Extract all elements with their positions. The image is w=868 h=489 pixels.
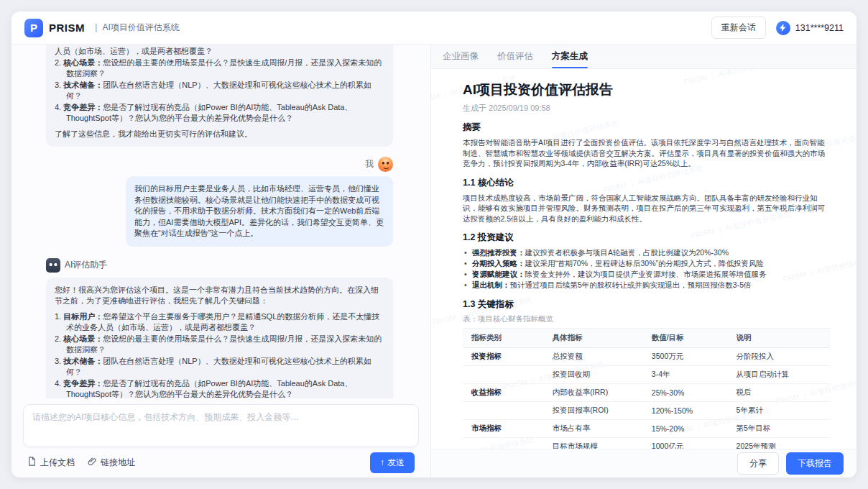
table-cell: 从项目启动计算	[728, 366, 831, 384]
list-item: 1. 目标用户：您希望这个平台主要服务于哪类用户？是精通SQL的数据分析师，还是…	[55, 311, 384, 334]
list-item: 3. 技术储备：团队在自然语言处理（NLP）、大数据处理和可视化这些核心技术上的…	[55, 356, 384, 378]
report-generated-time: 生成于 2025/09/19 09:58	[463, 103, 831, 114]
table-header: 数值/目标	[643, 329, 728, 348]
ai-sender-label: AI评估助手	[65, 260, 107, 271]
report-tabs: 企业画像 价值评估 方案生成	[431, 45, 857, 69]
tab-plan-generation[interactable]: 方案生成	[552, 45, 588, 68]
user-sender-row: 我	[365, 157, 393, 172]
user-sender-label: 我	[365, 159, 374, 170]
tab-company-profile[interactable]: 企业画像	[443, 45, 479, 68]
table-cell: 1000亿元	[643, 438, 728, 449]
table-row: 市场指标 市场占有率 15%-20% 第5年目标	[463, 420, 831, 438]
ai-message-bubble-partial: 人员（如市场、运营），或是两者都想覆盖？ 2. 核心场景：您设想的最主要的使用场…	[46, 45, 393, 147]
user-avatar	[378, 157, 393, 172]
section-1-2-heading: 1.2 投资建议	[463, 232, 831, 244]
table-row: 投资回收期 3-4年 从项目启动计算	[463, 366, 831, 384]
table-cell: 投资回报率(ROI)	[544, 402, 643, 420]
share-button[interactable]: 分享	[737, 452, 779, 475]
list-item: 2. 核心场景：您设想的最主要的使用场景是什么？是快速生成周报/月报，还是深入探…	[55, 58, 384, 80]
user-message-bubble: 我们的目标用户主要是业务人员，比如市场经理、运营专员，他们懂业务但数据技能较弱。…	[126, 176, 393, 247]
list-item: 2. 核心场景：您设想的最主要的使用场景是什么？是快速生成周报/月报，还是深入探…	[55, 334, 384, 356]
arrow-up-icon: ↑	[380, 457, 384, 467]
ai-sender-row: AI评估助手	[46, 258, 107, 273]
table-caption: 表：项目核心财务指标概览	[463, 314, 831, 324]
recommendation-item: 资源赋能建议：除资金支持外，建议为项目提供产业资源对接、市场渠道拓展等增值服务	[463, 269, 831, 280]
table-cell: 税后	[728, 384, 831, 402]
table-row: 投资指标 总投资额 3500万元 分阶段投入	[463, 348, 831, 366]
section-1-1-heading: 1.1 核心结论	[463, 177, 831, 189]
app-window: P PRISM ｜ AI项目价值评估系统 重新会话 131****9211 人员…	[11, 12, 857, 477]
recommendation-item: 强烈推荐投资：建议投资者积极参与项目A轮融资，占股比例建议为20%-30%	[463, 247, 831, 258]
table-row: 投资回报率(ROI) 120%-150% 5年累计	[463, 402, 831, 420]
table-cell: 15%-20%	[643, 420, 728, 438]
table-cell: 内部收益率(IRR)	[544, 384, 643, 402]
table-cell: 3-4年	[643, 366, 728, 384]
table-cell	[463, 438, 544, 449]
report-title: AI项目投资价值评估报告	[463, 81, 831, 99]
table-cell: 投资指标	[463, 348, 544, 366]
table-cell	[463, 402, 544, 420]
brand-name: PRISM	[49, 22, 85, 34]
table-cell: 5年累计	[728, 402, 831, 420]
table-cell: 收益指标	[463, 384, 544, 402]
link-address-button[interactable]: 链接地址	[88, 457, 135, 469]
message-closing-line: 了解了这些信息，我才能给出更切实可行的评估和建议。	[55, 129, 384, 140]
composer	[23, 404, 419, 447]
report-scroll-area[interactable]: PRISM ｜ AI项目价值评估系统 PRISM ｜ AI项目价值评估系统 PR…	[431, 69, 857, 449]
ai-avatar	[46, 258, 60, 273]
table-cell: 投资回收期	[544, 366, 643, 384]
table-header: 指标类别	[463, 329, 544, 348]
message-input[interactable]	[32, 411, 410, 440]
table-row: 收益指标 内部收益率(IRR) 25%-30% 税后	[463, 384, 831, 402]
table-row: 目标市场规模 1000亿元 2025年预测	[463, 438, 831, 449]
chat-toolbar: 上传文档 链接地址 ↑ 发送	[11, 447, 430, 477]
send-button[interactable]: ↑ 发送	[370, 452, 415, 473]
table-cell: 25%-30%	[643, 384, 728, 402]
table-header: 说明	[728, 329, 831, 348]
report-pane: 企业画像 价值评估 方案生成 PRISM ｜ AI项目价值评估系统 PRISM …	[431, 45, 857, 477]
message-tail-line: 人员（如市场、运营），或是两者都想覆盖？	[55, 46, 384, 58]
restart-session-button[interactable]: 重新会话	[711, 17, 766, 39]
table-cell: 总投资额	[544, 348, 643, 366]
document-icon	[27, 457, 37, 468]
user-message-text: 我们的目标用户主要是业务人员，比如市场经理、运营专员，他们懂业务但数据技能较弱。…	[134, 183, 384, 239]
table-cell: 第5年目标	[728, 420, 831, 438]
account-logo-icon	[776, 21, 790, 35]
table-cell: 市场指标	[463, 420, 544, 438]
list-item: 4. 竞争差异：您是否了解过现有的竞品（如Power BI的AI功能、Table…	[55, 378, 384, 399]
tab-value-assessment[interactable]: 价值评估	[497, 45, 533, 68]
section-1-1-paragraph: 项目技术成熟度较高，市场前景广阔，符合国家人工智能发展战略方向。团队具备丰富的研…	[463, 193, 831, 224]
list-item: 3. 技术储备：团队在自然语言处理（NLP）、大数据处理和可视化这些核心技术上的…	[55, 80, 384, 102]
table-header-row: 指标类别 具体指标 数值/目标 说明	[463, 329, 831, 348]
account-badge[interactable]: 131****9211	[776, 21, 844, 35]
chat-message-list[interactable]: 人员（如市场、运营），或是两者都想覆盖？ 2. 核心场景：您设想的最主要的使用场…	[11, 45, 430, 398]
report-content: AI项目投资价值评估报告 生成于 2025/09/19 09:58 摘要 本报告…	[431, 69, 857, 449]
paperclip-icon	[88, 457, 97, 468]
table-cell: 分阶段投入	[728, 348, 831, 366]
brand-subtitle: ｜ AI项目价值评估系统	[92, 22, 180, 34]
table-cell: 120%-150%	[643, 402, 728, 420]
table-cell	[463, 366, 544, 384]
message-intro: 您好！很高兴为您评估这个项目。这是一个非常有潜力且符合当前技术趋势的方向。在深入…	[55, 285, 384, 307]
table-cell: 2025年预测	[728, 438, 831, 449]
recommendation-item: 分期投入策略：建议采用“首期70%，里程碑达标后30%”的分期投入方式，降低投资…	[463, 258, 831, 269]
ai-message-bubble: 您好！很高兴为您评估这个项目。这是一个非常有潜力且符合当前技术趋势的方向。在深入…	[46, 278, 393, 399]
report-footer: 分享 下载报告	[431, 449, 857, 477]
table-cell: 市场占有率	[544, 420, 643, 438]
section-1-3-heading: 1.3 关键指标	[463, 298, 831, 311]
table-header: 具体指标	[544, 329, 643, 348]
recommendation-item: 退出机制：预计通过项目后续第5年的股权转让或并购实现退出，预期回报倍数3-5倍	[463, 280, 831, 291]
download-report-button[interactable]: 下载报告	[786, 452, 844, 475]
table-cell: 3500万元	[643, 348, 728, 366]
key-metrics-table: 指标类别 具体指标 数值/目标 说明 投资指标 总投资额 3500万元	[463, 328, 831, 449]
prism-logo-icon: P	[24, 19, 43, 37]
app-header: P PRISM ｜ AI项目价值评估系统 重新会话 131****9211	[11, 12, 857, 45]
summary-heading: 摘要	[463, 122, 831, 134]
chat-pane: 人员（如市场、运营），或是两者都想覆盖？ 2. 核心场景：您设想的最主要的使用场…	[11, 45, 431, 477]
upload-document-button[interactable]: 上传文档	[27, 457, 75, 469]
list-item: 4. 竞争差异：您是否了解过现有的竞品（如Power BI的AI功能、Table…	[55, 102, 384, 124]
summary-paragraph: 本报告对智能语音助手AI项目进行了全面投资价值评估。该项目依托深度学习与自然语言…	[463, 137, 831, 169]
table-cell: 目标市场规模	[544, 438, 643, 449]
user-phone-number: 131****9211	[795, 23, 844, 33]
